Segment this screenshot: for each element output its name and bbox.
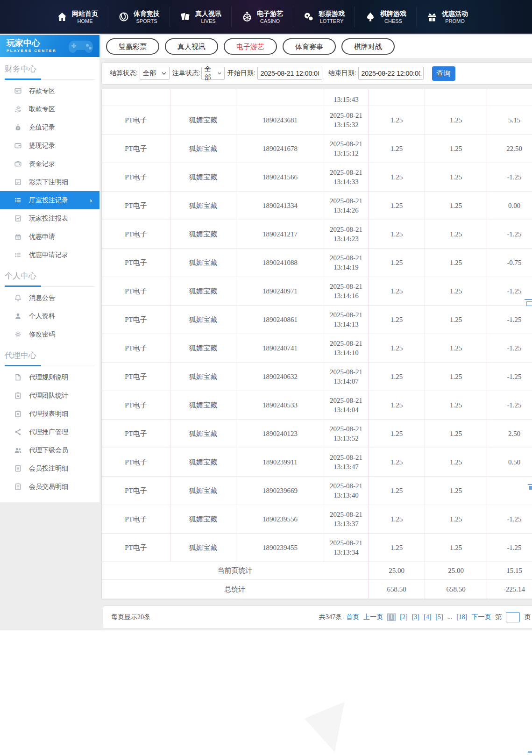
sidebar-item-代理下级会员[interactable]: 代理下级会员	[0, 441, 99, 459]
sidebar-item-代理推广管理[interactable]: 代理推广管理	[0, 423, 99, 441]
bet-datetime: 2025-08-21 13:13:47	[330, 453, 362, 471]
cell-datetime: 2025-08-21 13:13:47	[324, 448, 369, 477]
pagination-link-首页[interactable]: 首页	[346, 613, 359, 621]
nav-item-lottery[interactable]: 彩票游戏LOTTERY	[293, 7, 355, 27]
sidebar-section-list: 消息公告个人资料修改密码	[0, 289, 99, 343]
sidebar-item-代理团队统计[interactable]: 代理团队统计	[0, 386, 99, 405]
ui-artifact	[526, 301, 532, 306]
page-size-text: 每页显示20条	[111, 606, 150, 628]
sidebar-section-list: 存款专区取款专区充值记录提现记录资金记录彩票下注明细厅室投注记录›玩家投注报表优…	[0, 82, 99, 264]
pagination-link-[4][interactable]: [4]	[424, 613, 431, 621]
nav-item-label-en: HOME	[72, 18, 98, 24]
report-chart-icon	[14, 214, 22, 222]
cell-game-name: 狐媚宝藏	[170, 448, 236, 477]
record-list-icon	[14, 251, 22, 259]
cell-datetime: 2025-08-21 13:14:13	[324, 306, 369, 334]
pagination-link-上一页[interactable]: 上一页	[363, 613, 383, 621]
cell-game-name: 狐媚宝藏	[170, 220, 236, 249]
watermark-triangle	[305, 702, 347, 752]
bet-datetime: 2025-08-21 13:14:16	[330, 282, 362, 300]
sidebar-item-label: 代理报表明细	[29, 410, 68, 418]
cell-valid-amount: 1.25	[425, 505, 487, 534]
sidebar-item-厅室投注记录[interactable]: 厅室投注记录›	[0, 191, 99, 209]
nav-item-promo[interactable]: 优惠活动PROMO	[416, 7, 478, 27]
sidebar-item-充值记录[interactable]: 充值记录	[0, 118, 99, 136]
cell-order-no: 1890240632	[236, 363, 324, 391]
cell-bet-amount: 1.25	[369, 420, 425, 448]
settle-status-select[interactable]: 全部	[140, 67, 170, 80]
cell-game: PT电子	[102, 448, 170, 477]
sidebar-item-优惠申请记录[interactable]: 优惠申请记录	[0, 246, 99, 264]
sidebar-item-玩家投注报表[interactable]: 玩家投注报表	[0, 209, 99, 228]
nav-item-text: 电子游艺CASINO	[257, 10, 283, 24]
sidebar-item-优惠申请[interactable]: 优惠申请	[0, 228, 99, 246]
sidebar-item-会员投注明细[interactable]: 会员投注明细	[0, 459, 99, 478]
search-button[interactable]: 查询	[432, 66, 455, 81]
cell-game: PT电子	[102, 192, 170, 220]
cell-bet-amount: 1.25	[369, 220, 425, 249]
cell-game: PT电子	[102, 334, 170, 363]
sports-ball-icon	[118, 11, 129, 22]
cell-game-name: 狐媚宝藏	[170, 135, 236, 163]
nav-item-lives[interactable]: 真人视讯LIVES	[170, 7, 231, 27]
sidebar-item-彩票下注明细[interactable]: 彩票下注明细	[0, 173, 99, 191]
sidebar-item-资金记录[interactable]: 资金记录	[0, 155, 99, 173]
table-row: PT电子狐媚宝藏18902415662025-08-21 13:14:331.2…	[102, 163, 532, 192]
cell-game: PT电子	[102, 363, 170, 391]
cell-order-no: 1890240533	[236, 391, 324, 420]
cell-game-name: 狐媚宝藏	[170, 505, 236, 534]
cell-datetime: 2025-08-21 13:14:10	[324, 334, 369, 363]
cell-game-name: 狐媚宝藏	[170, 249, 236, 277]
nav-item-chess[interactable]: 棋牌游戏CHESS	[355, 7, 416, 27]
tab-棋牌对战[interactable]: 棋牌对战	[341, 38, 395, 55]
sidebar-section-title: 财务中心	[5, 64, 99, 74]
jump-page-input[interactable]	[506, 612, 520, 622]
cell-game: PT电子	[102, 534, 170, 562]
sidebar-section-underline	[5, 365, 95, 366]
nav-item-sports[interactable]: 体育竞技SPORTS	[108, 7, 170, 27]
bet-datetime: 2025-08-21 13:14:26	[330, 196, 362, 215]
chevron-right-icon: ›	[90, 196, 92, 204]
table-row: PT电子狐媚宝藏18902410882025-08-21 13:14:191.2…	[102, 249, 532, 277]
pagination-link-[2][interactable]: [2]	[400, 613, 407, 621]
pagination-link-[5][interactable]: [5]	[435, 613, 443, 621]
start-date-input[interactable]	[257, 67, 322, 80]
end-date-input[interactable]	[358, 67, 424, 80]
nav-item-casino[interactable]: 电子游艺CASINO	[231, 7, 293, 27]
sidebar-item-代理报表明细[interactable]: 代理报表明细	[0, 405, 99, 423]
cell-win-loss: -1.25	[487, 505, 532, 534]
cell-datetime: 2025-08-21 13:15:12	[324, 135, 369, 163]
sidebar-item-代理规则说明[interactable]: 代理规则说明	[0, 368, 99, 386]
table-row: PT电子狐媚宝藏18902401232025-08-21 13:13:521.2…	[102, 420, 532, 448]
cell-game-name: 狐媚宝藏	[170, 477, 236, 505]
cell-datetime: 2025-08-21 13:13:40	[324, 477, 369, 505]
sidebar-item-个人资料[interactable]: 个人资料	[0, 307, 99, 325]
jump-prefix-label: 第	[495, 613, 502, 621]
cell-bet-amount: 1.25	[369, 391, 425, 420]
table-row: PT电子狐媚宝藏18902396692025-08-21 13:13:401.2…	[102, 477, 532, 505]
sidebar-item-修改密码[interactable]: 修改密码	[0, 325, 99, 343]
ui-artifact	[528, 484, 532, 485]
tab-雙赢彩票[interactable]: 雙赢彩票	[106, 38, 159, 55]
tab-电子游艺[interactable]: 电子游艺	[224, 38, 277, 55]
pagination-link-下一页[interactable]: 下一页	[471, 613, 491, 621]
cell-order-no: 1890241088	[236, 249, 324, 277]
order-status-select[interactable]: 全部	[201, 67, 225, 80]
sidebar-item-取款专区[interactable]: 取款专区	[0, 100, 99, 118]
cell-valid-amount: 1.25	[425, 220, 487, 249]
sidebar-item-消息公告[interactable]: 消息公告	[0, 289, 99, 307]
pagination-link-[3][interactable]: [3]	[412, 613, 419, 621]
nav-item-home[interactable]: 网站首页HOME	[47, 7, 108, 27]
sidebar-item-label: 代理下级会员	[29, 446, 68, 455]
sidebar-item-label: 资金记录	[29, 160, 55, 168]
tab-体育赛事[interactable]: 体育赛事	[283, 38, 336, 55]
pagination-current-page[interactable]: [1]	[387, 613, 396, 621]
table-summary-row: 总统计658.50658.50-225.14	[102, 580, 532, 599]
sidebar-item-提现记录[interactable]: 提现记录	[0, 136, 99, 155]
sidebar-item-会员交易明细[interactable]: 会员交易明细	[0, 478, 99, 496]
wallet-icon	[14, 142, 22, 150]
tab-真人视讯[interactable]: 真人视讯	[165, 38, 218, 55]
pagination-link-[18][interactable]: [18]	[456, 613, 467, 621]
cell-game-name: 狐媚宝藏	[170, 334, 236, 363]
sidebar-item-存款专区[interactable]: 存款专区	[0, 82, 99, 100]
